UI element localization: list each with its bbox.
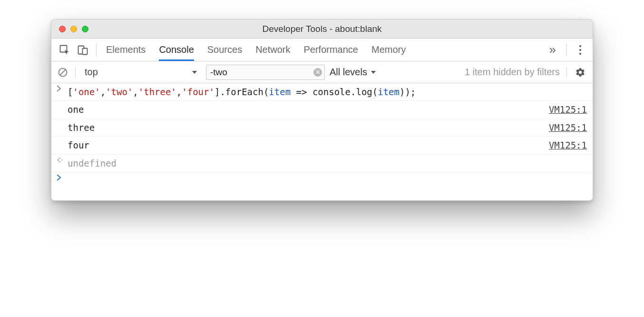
- chevron-down-icon: [191, 69, 198, 76]
- svg-line-4: [60, 69, 66, 75]
- console-input-row: ['one','two','three','four'].forEach(ite…: [51, 83, 593, 101]
- console-prompt-row[interactable]: [51, 172, 593, 200]
- separator: [566, 44, 567, 56]
- console-return-row: undefined: [51, 155, 593, 172]
- separator: [75, 67, 76, 78]
- tab-memory[interactable]: Memory: [371, 39, 406, 61]
- device-toolbar-icon[interactable]: [75, 42, 90, 58]
- tab-sources[interactable]: Sources: [207, 39, 242, 61]
- devtools-menu-button[interactable]: [573, 45, 588, 55]
- return-value: undefined: [68, 156, 587, 170]
- devtools-window: Developer Tools - about:blank Elements C…: [51, 19, 593, 201]
- execution-context-select[interactable]: top: [82, 65, 201, 79]
- log-source-link[interactable]: VM125:1: [539, 120, 587, 135]
- console-filter-input[interactable]: [206, 65, 325, 80]
- tab-elements[interactable]: Elements: [106, 39, 146, 61]
- log-level-select[interactable]: All levels: [330, 67, 377, 78]
- window-traffic-lights: [51, 26, 88, 32]
- clear-filter-icon[interactable]: ✕: [313, 68, 322, 77]
- devtools-tabs: Elements Console Sources Network Perform…: [106, 39, 542, 61]
- console-filterbar: top ✕ All levels 1 item hidden by filter…: [51, 61, 593, 83]
- tabs-overflow-button[interactable]: »: [545, 42, 561, 57]
- tab-performance[interactable]: Performance: [304, 39, 359, 61]
- log-message: four: [68, 138, 539, 152]
- log-message: three: [68, 120, 539, 135]
- console-log-row: three VM125:1: [51, 119, 593, 137]
- log-source-link[interactable]: VM125:1: [539, 102, 587, 117]
- separator: [566, 67, 567, 78]
- console-settings-icon[interactable]: [574, 66, 587, 79]
- console-log-row: four VM125:1: [51, 137, 593, 154]
- svg-point-5: [61, 159, 63, 160]
- inspect-element-icon[interactable]: [57, 42, 72, 58]
- hidden-by-filter-text: 1 item hidden by filters: [465, 67, 560, 78]
- tab-console[interactable]: Console: [159, 39, 194, 61]
- prompt-marker-icon: [56, 174, 68, 181]
- log-source-link[interactable]: VM125:1: [539, 138, 587, 152]
- input-marker-icon: [56, 85, 68, 92]
- clear-console-icon[interactable]: [57, 67, 68, 78]
- window-titlebar: Developer Tools - about:blank: [51, 20, 593, 39]
- separator: [96, 44, 97, 56]
- chevron-down-icon: [370, 69, 377, 76]
- tab-network[interactable]: Network: [255, 39, 290, 61]
- window-close-button[interactable]: [59, 26, 66, 32]
- window-maximize-button[interactable]: [82, 26, 88, 32]
- log-level-label: All levels: [330, 67, 367, 78]
- execution-context-value: top: [85, 67, 98, 78]
- return-marker-icon: [56, 156, 68, 164]
- console-filter-wrap: ✕: [206, 65, 325, 80]
- devtools-tabstrip: Elements Console Sources Network Perform…: [51, 39, 593, 61]
- console-input-code[interactable]: ['one','two','three','four'].forEach(ite…: [68, 85, 587, 99]
- console-log-row: one VM125:1: [51, 101, 593, 119]
- window-minimize-button[interactable]: [70, 26, 77, 32]
- console-output: ['one','two','three','four'].forEach(ite…: [51, 83, 593, 200]
- log-message: one: [68, 102, 539, 117]
- svg-rect-2: [83, 48, 88, 54]
- window-title: Developer Tools - about:blank: [51, 24, 593, 34]
